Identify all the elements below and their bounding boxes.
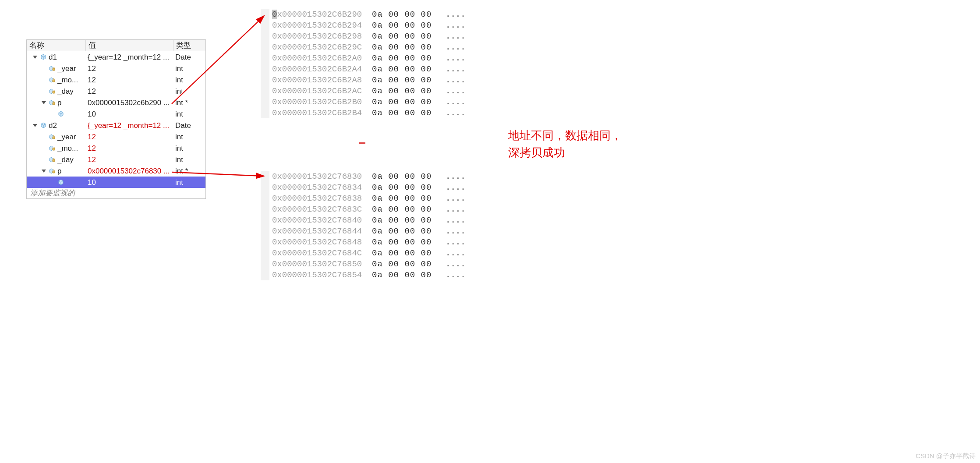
- memory-address: 0x0000015302C76848: [272, 237, 360, 247]
- memory-row[interactable]: 0x0000015302C7684C0a 00 00 00....: [272, 247, 476, 258]
- watch-type-label: int: [175, 133, 183, 141]
- memory-address: 0x0000015302C6B2A8: [272, 75, 360, 85]
- watch-row[interactable]: _day12int: [27, 85, 205, 97]
- memory-row[interactable]: 0x0000015302C768300a 00 00 00....: [272, 171, 476, 182]
- memory-row[interactable]: 0x0000015302C6B2AC0a 00 00 00....: [272, 85, 476, 96]
- memory-bytes: 0a 00 00 00: [372, 108, 433, 118]
- memory-bytes: 0a 00 00 00: [372, 64, 433, 74]
- watch-name-cell[interactable]: _mo...: [27, 74, 86, 85]
- watch-row[interactable]: p0x0000015302c76830 ...int *: [27, 165, 205, 177]
- memory-ascii: ....: [446, 21, 476, 30]
- watch-type-label: int: [175, 179, 183, 186]
- memory-row[interactable]: 0x0000015302C6B2980a 00 00 00....: [272, 31, 476, 42]
- watch-type-label: int *: [175, 167, 188, 175]
- memory-bytes: 0a 00 00 00: [372, 183, 433, 192]
- memory-bytes: 0a 00 00 00: [372, 21, 433, 30]
- watch-name-cell[interactable]: d2: [27, 120, 86, 131]
- memory-row[interactable]: 0x0000015302C6B2A40a 00 00 00....: [272, 64, 476, 74]
- memory-row[interactable]: 0x0000015302C768440a 00 00 00....: [272, 226, 476, 237]
- memory-row[interactable]: 0x0000015302C6B2900a 00 00 00....: [272, 9, 476, 20]
- watch-value-cell[interactable]: 10: [86, 177, 173, 188]
- memory-row[interactable]: 0x0000015302C6B29C0a 00 00 00....: [272, 42, 476, 53]
- watch-row[interactable]: _year12int: [27, 131, 205, 142]
- watch-name-cell[interactable]: p: [27, 97, 86, 108]
- svg-rect-2: [53, 91, 55, 93]
- expand-toggle-icon[interactable]: [42, 170, 46, 173]
- memory-bytes: 0a 00 00 00: [372, 75, 433, 85]
- watch-value-cell[interactable]: {_year=12 _month=12 ...: [86, 120, 173, 131]
- watch-name-cell[interactable]: [27, 177, 86, 188]
- object-cube-icon: [40, 54, 47, 60]
- watch-row[interactable]: _year12int: [27, 63, 205, 74]
- memory-address: 0x0000015302C6B2B0: [272, 97, 360, 107]
- header-type[interactable]: 类型: [173, 40, 206, 51]
- watch-type-label: Date: [175, 53, 191, 61]
- watch-name-cell[interactable]: _day: [27, 154, 86, 165]
- watch-name-label: p: [57, 99, 61, 106]
- watch-row[interactable]: 10int: [27, 177, 205, 188]
- watch-value-cell[interactable]: 12: [86, 154, 173, 165]
- memory-ascii: ....: [446, 97, 476, 107]
- memory-row[interactable]: 0x0000015302C768500a 00 00 00....: [272, 258, 476, 269]
- memory-row[interactable]: 0x0000015302C768340a 00 00 00....: [272, 182, 476, 193]
- memory-row[interactable]: 0x0000015302C768400a 00 00 00....: [272, 215, 476, 226]
- watch-value-cell[interactable]: 12: [86, 142, 173, 154]
- expand-toggle-icon[interactable]: [42, 101, 46, 104]
- memory-ascii: ....: [446, 32, 476, 41]
- watch-value-label: {_year=12 _month=12 ...: [88, 122, 169, 129]
- watch-row[interactable]: d2{_year=12 _month=12 ...Date: [27, 120, 205, 131]
- watch-name-cell[interactable]: _mo...: [27, 142, 86, 154]
- watch-value-cell[interactable]: 12: [86, 85, 173, 97]
- memory-ascii: ....: [446, 183, 476, 192]
- watch-value-cell[interactable]: {_year=12 _month=12 ...: [86, 51, 173, 63]
- watch-name-label: _day: [57, 156, 74, 163]
- watch-value-cell[interactable]: 12: [86, 131, 173, 142]
- watch-value-cell[interactable]: 0x0000015302c6b290 ...: [86, 97, 173, 108]
- watch-name-cell[interactable]: p: [27, 165, 86, 177]
- watch-value-cell[interactable]: 12: [86, 63, 173, 74]
- memory-ascii: ....: [446, 259, 476, 269]
- memory-ascii: ....: [446, 205, 476, 214]
- watch-row[interactable]: p0x0000015302c6b290 ...int *: [27, 97, 205, 108]
- svg-rect-4: [53, 137, 55, 139]
- watch-row[interactable]: d1{_year=12 _month=12 ...Date: [27, 51, 205, 63]
- watch-row[interactable]: _mo...12int: [27, 74, 205, 85]
- watch-name-label: _year: [57, 65, 76, 72]
- watch-row[interactable]: _day12int: [27, 154, 205, 165]
- svg-rect-1: [53, 80, 55, 82]
- memory-address: 0x0000015302C7684C: [272, 248, 360, 258]
- watch-value-cell[interactable]: 10: [86, 108, 173, 120]
- memory-row[interactable]: 0x0000015302C6B2B40a 00 00 00....: [272, 107, 476, 118]
- header-value[interactable]: 值: [86, 40, 173, 51]
- watch-row[interactable]: 10int: [27, 108, 205, 120]
- memory-row[interactable]: 0x0000015302C6B2B00a 00 00 00....: [272, 96, 476, 107]
- watch-footer[interactable]: 添加要监视的: [27, 188, 205, 198]
- memory-row[interactable]: 0x0000015302C6B2A80a 00 00 00....: [272, 74, 476, 85]
- watch-name-cell[interactable]: _year: [27, 131, 86, 142]
- memory-pane-bottom: 0x0000015302C768300a 00 00 00....0x00000…: [261, 171, 476, 280]
- watch-row[interactable]: _mo...12int: [27, 142, 205, 154]
- memory-bytes: 0a 00 00 00: [372, 32, 433, 41]
- watch-name-cell[interactable]: [27, 108, 86, 120]
- watch-type-cell: int: [173, 131, 206, 142]
- watch-name-cell[interactable]: _day: [27, 85, 86, 97]
- expand-toggle-icon[interactable]: [33, 56, 37, 59]
- memory-row[interactable]: 0x0000015302C768480a 00 00 00....: [272, 237, 476, 247]
- watch-name-cell[interactable]: _year: [27, 63, 86, 74]
- memory-row[interactable]: 0x0000015302C7683C0a 00 00 00....: [272, 204, 476, 215]
- memory-address: 0x0000015302C6B29C: [272, 42, 360, 52]
- watch-name-cell[interactable]: d1: [27, 51, 86, 63]
- memory-row[interactable]: 0x0000015302C768540a 00 00 00....: [272, 269, 476, 280]
- memory-row[interactable]: 0x0000015302C6B2940a 00 00 00....: [272, 20, 476, 31]
- watch-value-label: 12: [88, 76, 96, 84]
- watch-value-cell[interactable]: 0x0000015302c76830 ...: [86, 165, 173, 177]
- watch-value-cell[interactable]: 12: [86, 74, 173, 85]
- expand-toggle-icon[interactable]: [33, 124, 37, 127]
- memory-row[interactable]: 0x0000015302C768380a 00 00 00....: [272, 193, 476, 204]
- header-name[interactable]: 名称: [27, 40, 86, 51]
- watch-type-cell: int: [173, 177, 206, 188]
- memory-row[interactable]: 0x0000015302C6B2A00a 00 00 00....: [272, 53, 476, 64]
- memory-address: 0x0000015302C6B298: [272, 32, 360, 41]
- field-private-icon: [49, 156, 56, 163]
- memory-pane-top: 0x0000015302C6B2900a 00 00 00....0x00000…: [261, 9, 476, 118]
